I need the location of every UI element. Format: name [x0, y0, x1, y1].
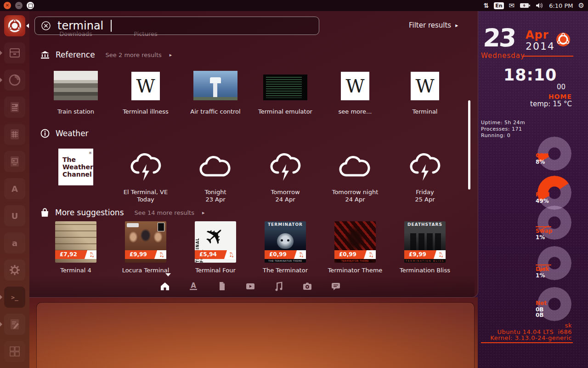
result-tile[interactable]: W [320, 72, 390, 100]
result-tile[interactable] [181, 149, 250, 185]
result-tile[interactable] [250, 75, 320, 100]
launcher-item-files[interactable] [4, 42, 25, 63]
launcher-item-ubuntu-one[interactable]: U [4, 205, 25, 226]
desktop: ✕ − ⇅ En ✉ 6:10 PM ⚙ [0, 0, 588, 368]
battery-icon[interactable] [520, 3, 531, 8]
forecast-label: Tonight [204, 189, 226, 196]
keyboard-indicator[interactable]: En [494, 2, 503, 9]
maximize-button[interactable] [27, 2, 34, 9]
reference-labels-row: Train station Terminal illness Air traff… [41, 108, 468, 115]
forecast-label: Tomorrow [271, 189, 300, 196]
videos-lens-tab[interactable] [245, 281, 256, 291]
result-tile[interactable]: £0,99 ♫ TERMINATOR THEME [320, 221, 390, 263]
home-lens-tab[interactable] [159, 281, 170, 291]
weather-results-row: The Weather Channel ® [41, 148, 468, 186]
launcher-item-software-center[interactable]: A [4, 178, 25, 199]
launcher-item-text-editor[interactable] [4, 314, 25, 335]
section-title: Weather [56, 129, 89, 138]
cpu-gauge-value: 8% [536, 159, 565, 165]
price-ribbon: £7,92 ♫ [55, 250, 96, 259]
unity-launcher: A U a >_ [0, 11, 29, 368]
result-label: Terminal emulator [258, 108, 312, 115]
result-tile[interactable]: £9,99 ♫ [111, 221, 181, 263]
result-tile[interactable]: DEATHSTARS £9,99 ♫ TERMINATION BLISS [390, 221, 460, 263]
wikipedia-icon: W [411, 72, 439, 100]
unity-dash: Downloads Pictures terminal Filter resul… [29, 11, 478, 298]
mail-icon[interactable]: ✉ [509, 1, 515, 10]
launcher-item-firefox[interactable] [4, 69, 25, 91]
social-lens-tab[interactable] [330, 281, 341, 291]
desktop-wallpaper-bottom [29, 297, 478, 368]
result-tile[interactable] [41, 71, 111, 100]
launcher-item-amazon[interactable]: a [4, 232, 25, 253]
forecast-label: Tomorrow night [332, 189, 379, 196]
weather-channel-logo: The Weather Channel ® [58, 149, 93, 185]
swap-gauge-value: 1% [536, 234, 565, 241]
reference-section-header: Reference See 2 more results ▸ [40, 50, 172, 60]
suggestions-section-header: More suggestions See 14 more results ▸ [40, 207, 204, 218]
active-app-arrow-icon [26, 23, 29, 28]
search-input[interactable]: terminal [34, 17, 319, 35]
net-gauge-label: Net [536, 300, 565, 306]
session-gear-icon[interactable]: ⚙ [578, 1, 584, 10]
dash-home-button[interactable] [4, 15, 25, 36]
running-app-indicator [0, 51, 2, 55]
conky-day: 23 [482, 26, 516, 51]
lens-bar: A [29, 275, 475, 297]
clear-search-icon[interactable] [41, 21, 51, 31]
result-tile[interactable]: W [390, 72, 460, 100]
result-label: Terminal 4 [60, 267, 91, 274]
files-lens-tab[interactable] [216, 281, 227, 291]
filter-results-label: Filter results [409, 21, 451, 29]
album-caption-text: TERMINATOR THEME [334, 259, 376, 263]
see-more-results-link[interactable]: See 2 more results [106, 52, 162, 58]
conky-time: 18:10 [503, 67, 557, 83]
band-silhouettes-art [408, 233, 442, 252]
forecast-label: El Terminal, VE [124, 189, 168, 196]
cloud-icon [338, 149, 373, 185]
launcher-item-terminal[interactable]: >_ [4, 287, 25, 308]
network-updown-icon[interactable]: ⇅ [483, 2, 489, 9]
panel-clock[interactable]: 6:10 PM [549, 2, 573, 9]
result-tile[interactable]: TERMINATOR £0,99 ♫ THE TERMINATOR THEME [250, 221, 320, 263]
launcher-item-system-settings[interactable] [4, 259, 25, 281]
dash-scrollbar[interactable] [468, 100, 470, 190]
launcher-item-libreoffice-writer[interactable] [4, 97, 25, 118]
air-traffic-control-thumbnail [193, 71, 237, 100]
thunderstorm-icon [128, 149, 163, 185]
album-title-text: TERMINATOR [265, 222, 306, 227]
album-logo [127, 223, 139, 227]
conky-month: Apr [526, 29, 549, 41]
running-app-indicator [0, 295, 2, 299]
close-button[interactable]: ✕ [4, 2, 11, 9]
minimize-button[interactable]: − [15, 2, 23, 9]
shopping-bag-icon [40, 208, 49, 217]
running-app-indicator [0, 322, 2, 327]
ubuntu-logo-icon [8, 19, 22, 33]
result-tile[interactable] [320, 149, 390, 185]
conky-temperature: temp: 15 °C [480, 100, 572, 108]
see-more-results-link[interactable]: See 14 more results [135, 209, 194, 216]
price-label: £7,92 [55, 251, 82, 258]
result-tile[interactable] [390, 149, 460, 185]
launcher-item-libreoffice-impress[interactable] [4, 151, 25, 172]
result-tile[interactable]: £7,92 ♫ [41, 221, 111, 263]
launcher-item-libreoffice-calc[interactable] [4, 124, 25, 145]
result-tile[interactable] [250, 149, 320, 185]
train-station-thumbnail [54, 71, 98, 100]
ram-gauge-value: 49% [536, 198, 565, 204]
result-tile[interactable]: TERMINAL FOUR ✈ £5,94 ♫ [181, 221, 250, 263]
photos-lens-tab[interactable] [302, 281, 313, 291]
launcher-item-workspace-switcher[interactable] [4, 341, 25, 362]
disk-gauge-value: 1% [536, 272, 565, 279]
album-art: £9,99 ♫ [125, 221, 166, 263]
result-tile[interactable] [181, 71, 250, 100]
result-tile[interactable]: The Weather Channel ® [41, 149, 111, 185]
applications-lens-tab[interactable]: A [188, 281, 199, 291]
result-tile[interactable] [111, 149, 181, 185]
result-label: Terminator Theme [328, 267, 383, 274]
volume-icon[interactable] [536, 2, 544, 9]
result-tile[interactable]: W [111, 72, 181, 100]
music-lens-tab[interactable] [273, 281, 284, 291]
filter-results-button[interactable]: Filter results ▸ [409, 21, 458, 29]
